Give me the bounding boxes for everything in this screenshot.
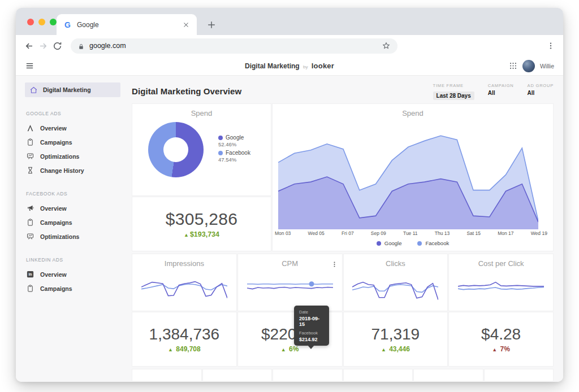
kpi-value: 1,384,736 — [149, 325, 220, 343]
sidebar-item-optimizations[interactable]: Optimizations — [16, 149, 132, 163]
filter-ad-group[interactable]: AD GROUPAll — [528, 83, 554, 100]
legend-item-google: Google52.46% — [218, 134, 250, 147]
sidebar-item-campaigns[interactable]: Campaigns — [16, 215, 132, 229]
filter-label: AD GROUP — [528, 83, 554, 88]
tab-title: Google — [77, 21, 177, 29]
x-axis-tick: Mon 17 — [498, 230, 513, 236]
filter-time-frame[interactable]: TIME FRAMELast 28 Days — [433, 83, 474, 100]
donut-legend: Google52.46%Facebook47.54% — [218, 134, 250, 165]
sidebar-section-title: LINKEDIN ADS — [26, 257, 132, 263]
kpi-sparkline[interactable] — [238, 272, 342, 303]
browser-menu-icon[interactable] — [546, 41, 555, 50]
area-legend-facebook[interactable]: Facebook — [417, 240, 449, 246]
tab-close-icon[interactable] — [182, 21, 190, 29]
card-menu-kebab-icon[interactable] — [331, 260, 338, 268]
up-triangle-icon: ▲ — [381, 347, 386, 352]
tooltip-series-value: $214.92 — [299, 337, 324, 342]
browser-tab[interactable]: G Google — [57, 14, 197, 35]
kpi-value-card-clicks: 71,319▲ 43,446 — [343, 312, 448, 367]
legend-dot-icon — [218, 151, 223, 155]
up-triangle-icon: ▲ — [492, 347, 497, 352]
card-title: CPM — [238, 254, 342, 268]
browser-tab-strip: G Google — [16, 8, 563, 35]
kpi-trend-card-cost-per-click: Cost per Click — [448, 254, 554, 311]
megaphone-icon — [26, 204, 34, 212]
spend-total-delta: ▲$193,734 — [184, 230, 219, 238]
sidebar: Digital Marketing GOOGLE ADSOverviewCamp… — [16, 76, 132, 382]
new-tab-button[interactable] — [206, 19, 217, 31]
card-title: Spend — [273, 104, 553, 117]
sidebar-item-campaigns[interactable]: Campaigns — [16, 281, 132, 295]
legend-label: Google — [226, 134, 244, 141]
spend-total-value: $305,286 — [166, 210, 238, 229]
filter-value[interactable]: All — [488, 90, 514, 96]
kpi-value: $4.28 — [481, 325, 521, 343]
kpi-delta: ▲ 7% — [492, 345, 510, 353]
up-triangle-icon: ▲ — [184, 232, 189, 238]
spend-area-chart[interactable] — [278, 121, 538, 229]
browser-toolbar: google.com — [16, 35, 563, 56]
card-title: Clicks — [344, 254, 448, 268]
legend-row: Google — [218, 134, 250, 141]
kpi-sparkline[interactable] — [449, 272, 553, 303]
sidebar-item-label: Digital Marketing — [43, 86, 91, 93]
sidebar-item-label: Optimizations — [40, 153, 79, 160]
sidebar-item-digital-marketing[interactable]: Digital Marketing — [25, 82, 120, 97]
filter-value[interactable]: All — [528, 90, 554, 96]
kpi-column-clicks: Clicks71,319▲ 43,446 — [343, 254, 448, 367]
sidebar-item-overview[interactable]: inOverview — [16, 267, 132, 281]
bookmark-star-icon[interactable] — [382, 41, 391, 50]
kpi-trend-card-cpm: CPM — [237, 254, 343, 311]
address-bar[interactable]: google.com — [71, 38, 397, 54]
sidebar-item-optimizations[interactable]: Optimizations — [16, 229, 132, 243]
filter-value[interactable]: Last 28 Days — [433, 92, 474, 100]
sidebar-item-label: Campaigns — [40, 139, 72, 146]
tooltip-date-label: Date — [299, 310, 324, 315]
kpi-value-card-impressions: 1,384,736▲ 849,708 — [132, 312, 237, 367]
minimize-window-button[interactable] — [38, 19, 45, 25]
kpi-column-impressions: Impressions1,384,736▲ 849,708 — [132, 254, 237, 367]
close-window-button[interactable] — [27, 19, 34, 25]
optimizations-icon — [26, 232, 34, 241]
x-axis-tick: Thu 13 — [435, 230, 450, 236]
sidebar-item-overview[interactable]: Overview — [16, 121, 132, 135]
legend-percent: 47.54% — [218, 156, 250, 163]
kpi-trend-card-impressions: Impressions — [132, 254, 237, 311]
sidebar-item-change-history[interactable]: Change History — [16, 163, 132, 177]
kpi-sparkline[interactable] — [132, 272, 236, 303]
filter-label: TIME FRAME — [433, 83, 474, 88]
sidebar-item-label: Campaigns — [40, 285, 72, 292]
spend-breakdown-card: Spend Google52.46%Facebook47.54% — [132, 103, 271, 196]
kpi-sparkline[interactable] — [344, 272, 448, 303]
sidebar-item-campaigns[interactable]: Campaigns — [16, 135, 132, 149]
sidebar-item-label: Change History — [40, 167, 84, 174]
x-axis-tick: Mon 03 — [275, 230, 291, 236]
x-axis-tick: Fri 07 — [342, 230, 354, 236]
sidebar-item-overview[interactable]: Overview — [16, 201, 132, 215]
area-legend-google[interactable]: Google — [377, 240, 402, 246]
legend-label: Facebook — [425, 240, 449, 246]
x-axis-tick: Sep 09 — [371, 230, 386, 236]
spend-donut-chart[interactable] — [148, 122, 204, 177]
back-icon[interactable] — [24, 41, 34, 51]
forward-icon[interactable] — [38, 41, 49, 51]
clipped-card — [484, 369, 554, 381]
card-title: Cost per Click — [449, 254, 553, 268]
reload-icon[interactable] — [52, 41, 63, 51]
sidebar-section-title: GOOGLE ADS — [26, 111, 132, 116]
app-header: Digital Marketing by looker Willie — [16, 56, 563, 76]
dashboard-content: Digital Marketing GOOGLE ADSOverviewCamp… — [16, 76, 563, 382]
kpi-column-cost-per-click: Cost per Click$4.28▲ 7% — [448, 254, 554, 367]
filter-campaign[interactable]: CAMPAIGNAll — [488, 83, 514, 100]
x-axis-tick: Tue 11 — [403, 230, 418, 236]
browser-window: G Google — [16, 8, 563, 382]
optimizations-icon — [26, 152, 34, 160]
kpi-delta: ▲ 6% — [281, 345, 299, 353]
google-ads-icon — [26, 124, 34, 132]
next-row-cards-clipped — [132, 369, 554, 381]
card-title: Impressions — [132, 254, 236, 268]
window-controls — [27, 19, 57, 25]
clipped-card — [273, 369, 343, 381]
zoom-window-button[interactable] — [50, 19, 57, 25]
card-title: Spend — [132, 104, 271, 117]
